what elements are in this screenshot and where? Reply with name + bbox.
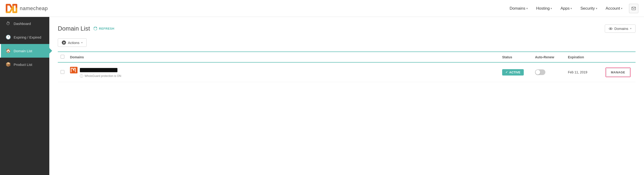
- chevron-down-icon: ▾: [621, 7, 622, 10]
- chevron-down-icon: ▾: [550, 7, 552, 10]
- sidebar-item-dashboard[interactable]: ⏱ Dashboard: [0, 17, 49, 30]
- action-col-header: [603, 52, 636, 62]
- chevron-down-icon: ▾: [526, 7, 528, 10]
- box-icon: 📦: [6, 62, 11, 67]
- nav-item-security[interactable]: Security ▾: [576, 4, 601, 13]
- play-icon: ▶: [62, 41, 66, 45]
- home-icon: 🏠: [6, 48, 11, 53]
- mail-icon: [632, 7, 636, 10]
- layout: ⏱ Dashboard 🕐 Expiring / Expired 🏠 Domai…: [0, 17, 644, 175]
- logo-area: namecheap: [6, 4, 48, 13]
- nav-item-apps[interactable]: Apps ▾: [557, 4, 576, 13]
- autorenew-col-header: Auto-Renew: [532, 52, 565, 62]
- clock-icon: 🕐: [6, 35, 11, 40]
- table-header-row: Domains Status Auto-Renew Expiration: [58, 52, 636, 62]
- logo-text: namecheap: [20, 6, 48, 12]
- sidebar-item-product-list[interactable]: 📦 Product List: [0, 58, 49, 71]
- svg-point-2: [610, 28, 611, 29]
- actions-button[interactable]: ▶ Actions ▾: [58, 38, 87, 47]
- domain-name-redacted: [80, 68, 118, 72]
- dashboard-icon: ⏱: [6, 21, 11, 26]
- expiration-col-header: Expiration: [565, 52, 603, 62]
- actions-bar: ▶ Actions ▾: [58, 38, 636, 47]
- row-checkbox-cell: [58, 62, 67, 82]
- domains-dropdown-button[interactable]: Domains ▾: [605, 25, 636, 33]
- page-title-area: Domain List REFRESH: [58, 25, 114, 32]
- status-col-header: Status: [499, 52, 532, 62]
- page-header: Domain List REFRESH Domains ▾: [58, 25, 636, 33]
- eye-icon: [609, 27, 612, 31]
- row-checkbox[interactable]: [60, 70, 64, 74]
- table-row: i WhoisGuard protection is ON ✓ ACTIVE: [58, 62, 636, 82]
- nav-item-hosting[interactable]: Hosting ▾: [532, 4, 556, 13]
- action-cell: MANAGE: [603, 62, 636, 82]
- namecheap-logo-icon[interactable]: [6, 4, 18, 13]
- chevron-down-icon: ▾: [81, 41, 83, 44]
- manage-button[interactable]: MANAGE: [606, 68, 630, 76]
- page-title: Domain List: [58, 25, 90, 32]
- namecheap-small-logo: [70, 67, 78, 73]
- select-all-header: [58, 52, 67, 62]
- autorenew-cell: [532, 62, 565, 82]
- domain-table: Domains Status Auto-Renew Expiration: [58, 52, 636, 82]
- domain-name-row: [70, 67, 496, 73]
- nav-item-domains[interactable]: Domains ▾: [506, 4, 532, 13]
- refresh-button[interactable]: REFRESH: [94, 27, 114, 31]
- domains-col-header: Domains: [67, 52, 499, 62]
- chevron-down-icon: ▾: [630, 27, 632, 30]
- domain-cell: i WhoisGuard protection is ON: [67, 62, 499, 82]
- status-cell: ✓ ACTIVE: [499, 62, 532, 82]
- chevron-down-icon: ▾: [570, 7, 572, 10]
- svg-rect-0: [632, 7, 636, 10]
- manage-button-wrapper: MANAGE: [606, 68, 630, 77]
- autorenew-toggle[interactable]: [535, 69, 545, 75]
- chevron-down-icon: ▾: [596, 7, 597, 10]
- topnav: namecheap Domains ▾ Hosting ▾ Apps ▾ Sec…: [0, 0, 644, 17]
- sidebar: ⏱ Dashboard 🕐 Expiring / Expired 🏠 Domai…: [0, 17, 49, 175]
- refresh-icon: [94, 27, 98, 31]
- sidebar-item-expiring[interactable]: 🕐 Expiring / Expired: [0, 30, 49, 44]
- select-all-checkbox[interactable]: [60, 55, 64, 59]
- expiration-cell: Feb 11, 2019: [565, 62, 603, 82]
- whoisguard-row: i WhoisGuard protection is ON: [80, 74, 496, 78]
- sidebar-item-domain-list[interactable]: 🏠 Domain List: [0, 44, 49, 58]
- info-icon: i: [80, 74, 83, 78]
- main-content: Domain List REFRESH Domains ▾: [49, 17, 644, 175]
- status-badge: ✓ ACTIVE: [502, 69, 524, 76]
- nav-links: Domains ▾ Hosting ▾ Apps ▾ Security ▾ Ac…: [506, 4, 638, 13]
- check-icon: ✓: [506, 71, 508, 74]
- mail-icon-button[interactable]: [629, 4, 638, 13]
- domain-info: i WhoisGuard protection is ON: [70, 67, 496, 78]
- nav-item-account[interactable]: Account ▾: [602, 4, 626, 13]
